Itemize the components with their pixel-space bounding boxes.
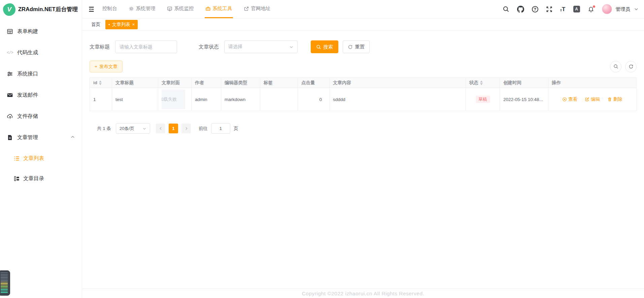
sidebar-item-label: 代码生成 xyxy=(17,49,38,56)
nav-item-label: 系统工具 xyxy=(213,5,232,12)
github-icon[interactable] xyxy=(517,6,524,13)
table-toolbar: + 发布文章 xyxy=(90,61,637,72)
gear-icon xyxy=(129,6,134,11)
sidebar-item-article-mgmt[interactable]: 文章管理 xyxy=(0,127,82,148)
monitor-check-icon xyxy=(167,6,172,11)
sidebar-item-article-list[interactable]: 文章列表 xyxy=(0,148,82,168)
tab-article-list[interactable]: ● 文章列表 × xyxy=(105,20,138,29)
fullscreen-icon[interactable] xyxy=(546,6,552,12)
article-status-select[interactable]: 请选择 xyxy=(224,40,298,53)
app-logo-icon: V xyxy=(3,3,15,16)
nav-item-label: 系统管理 xyxy=(136,5,156,12)
audio-level-widget[interactable] xyxy=(0,270,10,296)
column-header-cover: 文章封面 xyxy=(158,78,192,88)
copyright-text: Copyright ©2022 izhaorui.cn All Rights R… xyxy=(302,291,425,298)
cell-author: admin xyxy=(192,88,221,111)
sidebar-item-code-gen[interactable]: </> 代码生成 xyxy=(0,42,82,63)
nav-item-label: 官网地址 xyxy=(251,5,271,12)
translate-icon[interactable]: A xyxy=(573,6,580,12)
publish-article-button[interactable]: + 发布文章 xyxy=(90,61,123,72)
cell-tags xyxy=(260,88,298,111)
article-title-input[interactable] xyxy=(115,40,177,53)
edit-button[interactable]: 编辑 xyxy=(585,96,600,102)
nav-item-system-mgmt[interactable]: 系统管理 xyxy=(128,0,156,18)
broken-image-placeholder: 加载失败 xyxy=(162,90,185,109)
sidebar-item-form-builder[interactable]: 表单构建 xyxy=(0,21,82,42)
nav-item-official-site[interactable]: 官网地址 xyxy=(243,0,271,18)
app-window: V ZRAdmin.NET后台管理 表单构建 </> 代码生成 系统接口 xyxy=(0,0,644,298)
toolbox-icon xyxy=(205,6,211,11)
column-header-created: 创建时间 xyxy=(500,78,548,88)
sidebar-item-file-storage[interactable]: 文件存储 xyxy=(0,106,82,127)
nav-item-system-tools[interactable]: 系统工具 xyxy=(205,0,233,18)
page-size-select[interactable]: 20条/页 xyxy=(116,123,150,134)
delete-button[interactable]: 删除 xyxy=(607,96,622,102)
column-header-author: 作者 xyxy=(192,78,221,88)
sidebar-item-label: 文件存储 xyxy=(17,113,38,120)
next-page-button[interactable] xyxy=(181,124,191,133)
search-button[interactable]: 搜索 xyxy=(311,40,338,53)
nav-item-label: 控制台 xyxy=(102,5,117,12)
plus-icon: + xyxy=(95,64,97,69)
tab-close-icon[interactable]: × xyxy=(132,22,135,27)
page-number-button[interactable]: 1 xyxy=(169,124,178,133)
select-placeholder: 请选择 xyxy=(228,44,242,50)
top-bar: 控制台 系统管理 系统监控 系统工具 xyxy=(82,0,644,19)
avatar[interactable] xyxy=(602,4,612,14)
column-header-id[interactable]: id xyxy=(90,78,112,88)
chevron-down-icon[interactable] xyxy=(634,7,639,11)
sidebar-item-label: 表单构建 xyxy=(17,28,38,35)
view-button[interactable]: 查看 xyxy=(562,96,577,102)
article-title-label: 文章标题 xyxy=(90,44,110,50)
sidebar-menu: 表单构建 </> 代码生成 系统接口 发送邮件 xyxy=(0,21,82,189)
status-badge: 草稿 xyxy=(476,96,490,103)
table-right-tools xyxy=(606,61,637,72)
refresh-table-button[interactable] xyxy=(625,61,637,72)
reset-button[interactable]: 重置 xyxy=(343,40,370,53)
table-header-row: id 文章标题 文章封面 作者 编辑器类型 标签 点击量 文章内容 状态 xyxy=(90,78,637,88)
tab-home[interactable]: 首页 xyxy=(91,22,100,28)
sidebar-item-send-mail[interactable]: 发送邮件 xyxy=(0,85,82,106)
audio-level-bars xyxy=(1,272,8,294)
column-header-content: 文章内容 xyxy=(330,78,466,88)
tab-dot-icon: ● xyxy=(108,23,110,26)
sort-carets-icon[interactable] xyxy=(99,80,102,85)
font-size-icon[interactable]: тT xyxy=(560,6,566,12)
sliders-icon xyxy=(6,70,13,77)
pagination: 共 1 条 20条/页 1 前往 页 xyxy=(90,123,637,134)
sidebar: V ZRAdmin.NET后台管理 表单构建 </> 代码生成 系统接口 xyxy=(0,0,82,298)
app-logo-row[interactable]: V ZRAdmin.NET后台管理 xyxy=(0,0,82,19)
column-header-status[interactable]: 状态 xyxy=(466,78,500,88)
sort-carets-icon[interactable] xyxy=(480,80,483,85)
tab-label: 文章列表 xyxy=(112,22,130,28)
pagination-total: 共 1 条 xyxy=(97,126,111,132)
help-icon[interactable]: ? xyxy=(532,6,538,12)
chevron-down-icon xyxy=(289,45,294,49)
chevron-up-icon[interactable] xyxy=(70,135,75,141)
sidebar-item-label: 发送邮件 xyxy=(17,92,38,99)
sidebar-collapse-icon[interactable] xyxy=(82,0,100,18)
app-title: ZRAdmin.NET后台管理 xyxy=(18,6,78,13)
username[interactable]: 管理员 xyxy=(616,6,631,12)
nav-item-system-monitor[interactable]: 系统监控 xyxy=(166,0,195,18)
prev-page-button[interactable] xyxy=(156,124,165,133)
page-footer: Copyright ©2022 izhaorui.cn All Rights R… xyxy=(82,289,644,298)
goto-label: 前往 xyxy=(199,126,208,132)
tags-view-bar: 首页 ● 文章列表 × xyxy=(82,19,644,31)
column-header-editor-type: 编辑器类型 xyxy=(221,78,260,88)
page-unit-label: 页 xyxy=(234,126,238,132)
filter-form: 文章标题 文章状态 请选择 搜索 重置 xyxy=(90,40,637,53)
search-icon[interactable] xyxy=(503,6,509,12)
top-nav: 控制台 系统管理 系统监控 系统工具 xyxy=(102,0,271,18)
notification-bell-icon[interactable] xyxy=(588,6,594,12)
external-link-icon xyxy=(244,6,249,11)
show-search-toggle-button[interactable] xyxy=(610,61,621,72)
sidebar-item-article-catalog[interactable]: 文章目录 xyxy=(0,168,82,189)
sidebar-item-system-api[interactable]: 系统接口 xyxy=(0,63,82,85)
article-status-label: 文章状态 xyxy=(199,44,219,50)
column-header-actions: 操作 xyxy=(548,78,637,88)
nav-item-console[interactable]: 控制台 xyxy=(102,0,118,18)
goto-page-input[interactable] xyxy=(211,123,230,134)
cloud-upload-icon xyxy=(6,113,13,120)
top-right-actions: ? тT A 管理员 xyxy=(503,0,644,18)
